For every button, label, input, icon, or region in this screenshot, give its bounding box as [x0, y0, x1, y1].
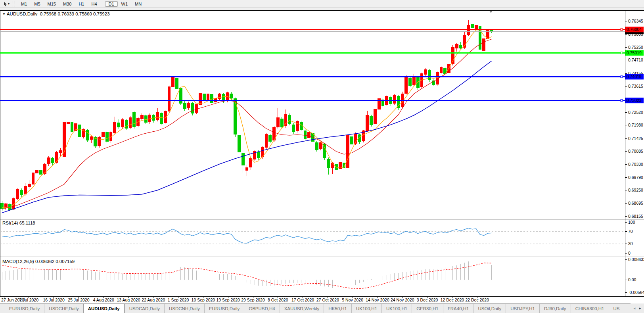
candle — [176, 78, 178, 88]
candle — [409, 79, 412, 86]
tab-scroll-right-icon[interactable]: ► — [638, 307, 642, 310]
rsi-axis-label: 30 — [628, 241, 633, 246]
date-tick-label: 17 Oct 2020 — [291, 298, 314, 302]
candle — [424, 69, 427, 74]
candle — [133, 112, 136, 127]
candle — [230, 94, 233, 98]
chart-tab-usoil-daily[interactable]: USOil,Daily — [473, 304, 506, 313]
price-badge-label: 0.75019 — [627, 50, 642, 55]
timeframe-button-M30[interactable]: M30 — [59, 1, 75, 7]
tab-scroll-left-icon[interactable]: ◄ — [633, 307, 636, 310]
candle — [284, 114, 287, 126]
timeframe-button-H1[interactable]: H1 — [75, 1, 88, 7]
timeframe-button-M1[interactable]: M1 — [17, 1, 31, 7]
candle — [288, 115, 291, 124]
date-tick-label: 22 Aug 2020 — [142, 298, 165, 302]
chart-tab-usdjpy-h1[interactable]: USDJPY,H1 — [506, 304, 539, 313]
trading-app-window: ▾ M1M5M15M30H1H4D1W1MN 100703000.0086330… — [0, 0, 644, 313]
macd-axis-label: 0.00 — [628, 277, 636, 282]
chart-tab-audusd-daily[interactable]: AUDUSD,Daily — [83, 304, 125, 313]
date-tick-label: 8 Oct 2020 — [268, 298, 288, 302]
timeframe-toolbar: ▾ M1M5M15M30H1H4D1W1MN — [0, 0, 644, 10]
price-tick-label: 0.70885 — [628, 149, 643, 154]
candle — [366, 115, 369, 131]
macd-axis-label: -0.005641 — [628, 290, 644, 295]
price-tick-label: 0.71425 — [628, 136, 643, 141]
candle — [125, 120, 128, 129]
candle — [308, 132, 310, 138]
hline-handle[interactable] — [621, 52, 623, 54]
price-tick-label: 0.68695 — [628, 201, 643, 205]
chart-title: ▼AUDUSD,Daily 0.75968 0.76033 0.75860 0.… — [2, 12, 110, 16]
candle — [199, 93, 201, 104]
candle — [32, 173, 34, 184]
candle — [218, 94, 221, 99]
hline-handle[interactable] — [621, 29, 623, 31]
price-tick-label: 0.75250 — [628, 45, 643, 50]
timeframe-button-M15[interactable]: M15 — [44, 1, 59, 7]
timeframe-button-W1[interactable]: W1 — [118, 1, 132, 7]
rsi-pane[interactable] — [0, 219, 625, 257]
rsi-axis-label: 70 — [628, 229, 633, 234]
symbol-dropdown-icon[interactable]: ▼ — [2, 12, 6, 16]
candle — [144, 116, 147, 123]
chart-tab-ger30-h1[interactable]: GER30,H1 — [412, 304, 443, 313]
chart-cursor-tool-button[interactable]: ▾ — [2, 0, 11, 7]
chart-tab-uk100-h1[interactable]: UK100,H1 — [351, 304, 381, 313]
chart-tab-uk100-h1[interactable]: UK100,H1 — [381, 304, 412, 313]
rsi-value: 65.1118 — [19, 221, 35, 225]
macd-signal-value: 0.007159 — [56, 259, 75, 264]
timeframe-button-MN[interactable]: MN — [131, 1, 145, 7]
quote-low: 0.75860 — [75, 12, 92, 16]
candle — [117, 123, 120, 127]
candle — [374, 109, 376, 124]
chart-tab-usdcad-daily[interactable]: USDCAD,Daily — [125, 304, 164, 313]
timeframe-button-M5[interactable]: M5 — [31, 1, 44, 7]
chevron-down-icon[interactable]: ▾ — [8, 2, 10, 6]
chart-tab-china300-h1[interactable]: CHINA300,H1 — [571, 304, 609, 313]
tab-scroll-arrows: ◄ ► — [631, 303, 644, 313]
candle — [393, 95, 396, 104]
candle — [292, 125, 295, 132]
candle — [47, 157, 50, 164]
hline-handle[interactable] — [621, 76, 623, 78]
toolbar-grip — [13, 1, 15, 7]
chart-tab-usdchf-daily[interactable]: USDCHF,Daily — [44, 304, 83, 313]
chart-tab-eurusd-daily[interactable]: EURUSD,Daily — [5, 304, 44, 313]
macd-pane[interactable] — [0, 258, 625, 296]
candle — [179, 88, 182, 104]
chart-tab-eurusd-daily[interactable]: EURUSD,Daily — [204, 304, 244, 313]
candle — [168, 87, 171, 111]
chart-tab-us[interactable]: US — [609, 304, 624, 313]
hline-handle[interactable] — [621, 100, 623, 102]
timeframe-button-H4[interactable]: H4 — [88, 1, 100, 7]
candle — [16, 190, 19, 199]
candle — [191, 104, 194, 113]
main-price-pane[interactable] — [0, 10, 625, 218]
chart-tab-gbpusd-h4[interactable]: GBPUSD,H4 — [244, 304, 279, 313]
date-tick-label: 5 Nov 2020 — [342, 298, 363, 302]
candle — [59, 150, 62, 153]
date-tick-label: 10 Sep 2020 — [192, 298, 215, 302]
chart-tab-hk50-h1[interactable]: HK50,H1 — [324, 304, 351, 313]
timeframe-button-D1[interactable]: D1 — [105, 1, 118, 7]
candle — [71, 123, 73, 132]
quote-close: 0.75923 — [93, 12, 110, 16]
macd-indicator-label: MACD(12,26,9) 0.006362 0.007159 — [2, 259, 75, 264]
candle — [140, 115, 143, 119]
price-badge-label: 0.76004 — [627, 27, 642, 32]
candle — [102, 132, 104, 137]
candle — [296, 121, 299, 131]
chart-tab-usdcnh-daily[interactable]: USDCNH,Daily — [164, 304, 204, 313]
candle — [195, 105, 198, 113]
chart-tab-xauusd-weekly[interactable]: XAUUSD,Weekly — [280, 304, 324, 313]
chart-tab-fra40-h1[interactable]: FRA40,H1 — [443, 304, 473, 313]
candle — [242, 154, 244, 165]
candle — [428, 70, 431, 80]
candle — [40, 171, 42, 175]
candle — [86, 130, 89, 140]
date-tick-label: 16 Jul 2020 — [43, 298, 64, 302]
candle — [245, 168, 248, 171]
chart-tab-dj30-daily[interactable]: DJ30,Daily — [539, 304, 571, 313]
chart-canvas[interactable]: 100703000.0086330.00-0.0056410.763450.75… — [0, 0, 644, 303]
